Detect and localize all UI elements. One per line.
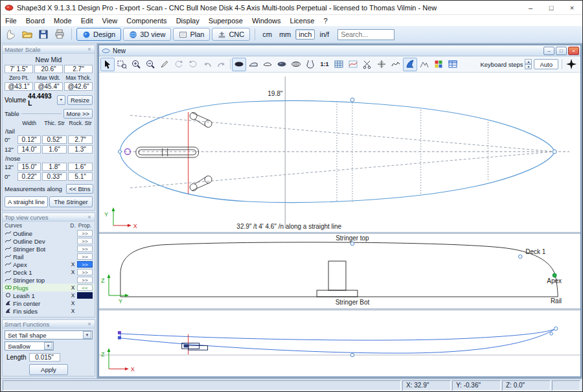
section-view-icon[interactable] — [260, 58, 275, 71]
prop-button[interactable]: >> — [77, 261, 93, 268]
section-view-canvas[interactable]: Stringer top Stringer Bot Deck 1 Apex Ra… — [99, 234, 580, 308]
tail-width-field[interactable]: 0.12" — [17, 135, 41, 144]
board-width-field[interactable]: 20.6" — [34, 65, 63, 73]
grid-icon[interactable] — [332, 58, 346, 71]
zoom-window-icon[interactable] — [115, 58, 129, 71]
menu-item-windows[interactable]: Windows — [247, 17, 286, 25]
save-icon[interactable] — [36, 27, 51, 41]
volume-star-button[interactable]: * — [57, 95, 65, 105]
menu-item-help[interactable]: ? — [319, 17, 332, 25]
function-select[interactable]: Set Tail shape ▼ — [5, 330, 93, 340]
max-thick-field[interactable]: @42.6" — [64, 82, 93, 91]
panel-close-icon[interactable]: × — [86, 46, 93, 52]
length-field[interactable]: 0.015" — [29, 353, 60, 362]
curve-row-apex[interactable]: Apex X >> — [3, 260, 95, 268]
auto-button[interactable]: Auto — [534, 59, 558, 69]
zoom-out-icon[interactable] — [143, 58, 157, 71]
prop-button[interactable]: >> — [77, 253, 93, 260]
profile-view-canvas[interactable]: Z X — [99, 310, 580, 376]
menu-item-view[interactable]: View — [98, 17, 122, 25]
mountains-icon[interactable] — [417, 58, 431, 71]
nose-width-field[interactable]: 0.22" — [17, 172, 41, 181]
curve-row-outline[interactable]: Outline >> — [3, 229, 95, 237]
volume-distribution-icon[interactable] — [303, 58, 317, 71]
prop-button[interactable]: >> — [77, 230, 93, 236]
tail-shape-select[interactable]: Swallow ▼ — [5, 341, 54, 351]
redo-icon[interactable] — [214, 58, 229, 71]
board-length-field[interactable]: 7' 1.5" — [5, 65, 33, 73]
curve-icon[interactable] — [389, 58, 403, 71]
pencil-icon[interactable] — [157, 58, 172, 71]
tail12-rock-field[interactable]: 1.3" — [68, 145, 93, 154]
profile-view-panel[interactable]: Z X — [99, 310, 580, 376]
straight-line-button[interactable]: A straight line — [5, 196, 48, 207]
prop-button[interactable]: >> — [77, 238, 93, 244]
top-view-panel[interactable]: 19.8" 32.9" /t 4' 4.6" /n along a straig… — [99, 73, 580, 232]
curve-row-plugs[interactable]: Plugs X << — [3, 284, 95, 292]
prop-button[interactable]: >> — [77, 269, 93, 275]
zero-pt-field[interactable]: @43.1" — [5, 82, 33, 91]
rotate-left-icon[interactable] — [172, 58, 186, 71]
menu-item-file[interactable]: File — [1, 17, 21, 25]
measure-icon[interactable] — [360, 58, 374, 71]
top-view-canvas[interactable]: 19.8" 32.9" /t 4' 4.6" /n along a straig… — [99, 73, 580, 232]
more-button[interactable]: More >> — [63, 109, 93, 119]
curve-row-stringer-top[interactable]: Stringer top >> — [3, 276, 95, 284]
curve-row-leash-1[interactable]: Leash 1 X — [3, 292, 95, 299]
doc-restore-icon[interactable]: □ — [556, 47, 567, 55]
section-view-panel[interactable]: Stringer top Stringer Bot Deck 1 Apex Ra… — [99, 234, 580, 308]
chevron-down-icon[interactable]: ▼ — [44, 342, 52, 350]
close-icon[interactable]: × — [562, 1, 582, 14]
panel-close-icon[interactable]: × — [86, 321, 93, 327]
rendered-view-icon[interactable] — [275, 58, 289, 71]
actual-size-button[interactable]: 1:1 — [317, 58, 332, 71]
curve-row-fin-sides[interactable]: Fin sides X — [3, 307, 95, 315]
top-view-icon[interactable] — [232, 58, 246, 71]
maximize-icon[interactable]: □ — [541, 1, 562, 14]
the-stringer-button[interactable]: The Stringer — [49, 196, 93, 207]
nose-rock-field[interactable]: 5.1" — [68, 172, 93, 181]
prop-button[interactable]: << — [77, 284, 93, 291]
resize-button[interactable]: Resize — [67, 95, 93, 105]
plan-button[interactable]: Plan — [173, 28, 210, 41]
menu-item-license[interactable]: License — [286, 17, 319, 25]
menu-item-components[interactable]: Components — [122, 17, 171, 25]
unit-mm[interactable]: mm — [277, 30, 293, 39]
tail-thic-field[interactable]: 0.52" — [42, 135, 67, 144]
curve-row-stringer-bot[interactable]: Stringer Bot >> — [3, 245, 95, 253]
menu-item-mode[interactable]: Mode — [49, 17, 76, 25]
btns-toggle-button[interactable]: << Btns — [66, 184, 94, 194]
flow-lines-icon[interactable] — [289, 58, 303, 71]
nose12-thic-field[interactable]: 1.8" — [42, 163, 67, 171]
menu-item-board[interactable]: Board — [21, 17, 49, 25]
doc-minimize-icon[interactable]: – — [543, 47, 554, 55]
nose12-width-field[interactable]: 15.0" — [17, 163, 41, 171]
unit-inch[interactable]: inch — [295, 29, 315, 40]
menu-item-display[interactable]: Display — [172, 17, 204, 25]
unit-cm[interactable]: cm — [260, 30, 275, 39]
prop-button[interactable]: >> — [77, 246, 93, 252]
menu-item-edit[interactable]: Edit — [76, 17, 98, 25]
tail12-width-field[interactable]: 14.0" — [17, 145, 41, 154]
axes-icon[interactable] — [374, 58, 389, 71]
zoom-in-icon[interactable] — [129, 58, 143, 71]
curve-row-outline-dev[interactable]: Outline Dev >> — [3, 237, 95, 245]
apply-button[interactable]: Apply — [29, 364, 68, 375]
spin-up-icon[interactable]: ▲ — [525, 59, 532, 64]
prop-button[interactable]: >> — [77, 277, 93, 283]
spreadsheet-icon[interactable] — [446, 58, 460, 71]
print-icon[interactable] — [52, 27, 67, 41]
board-thickness-field[interactable]: 2.7" — [64, 65, 93, 73]
profile-view-icon[interactable] — [246, 58, 260, 71]
nose-thic-field[interactable]: 0.33" — [42, 172, 67, 181]
colors-icon[interactable] — [431, 58, 446, 71]
rotate-right-icon[interactable] — [186, 58, 200, 71]
panel-close-icon[interactable]: × — [86, 214, 93, 220]
curve-row-deck-1[interactable]: Deck 1 X >> — [3, 268, 95, 276]
pointer-tool-icon[interactable] — [100, 58, 115, 71]
document-titlebar[interactable]: New – □ × — [99, 45, 580, 56]
undo-icon[interactable] — [200, 58, 214, 71]
unit-inf[interactable]: in/f — [317, 30, 332, 39]
search-input[interactable] — [337, 29, 394, 40]
cnc-button[interactable]: CNC — [212, 28, 250, 41]
